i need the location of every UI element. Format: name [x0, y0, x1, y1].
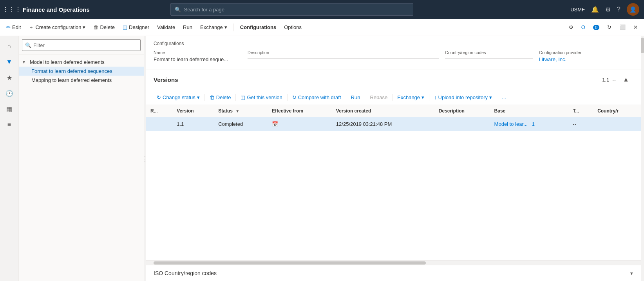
create-config-button[interactable]: ＋ Create configuration ▾ — [25, 22, 89, 33]
filter-input[interactable] — [22, 39, 141, 51]
versions-meta-version: 1.1 — [602, 77, 609, 83]
iso-title: ISO Country/region codes — [154, 270, 217, 276]
exchange-ver-arrow: ▾ — [421, 94, 424, 100]
col-description: Description — [434, 105, 490, 117]
tree-item-mapping[interactable]: Mapping to learn deferred elements — [19, 76, 144, 85]
sidebar-item-filter[interactable]: ▼ — [2, 55, 16, 69]
search-placeholder: Search for a page — [184, 7, 224, 13]
horizontal-scrollbar[interactable] — [146, 260, 641, 265]
tree-filter-area: 🔍 — [19, 36, 144, 54]
hamburger-menu-button[interactable]: ⋮⋮⋮ — [5, 2, 19, 16]
refresh-icon[interactable]: ↻ — [604, 22, 615, 33]
edit-button[interactable]: ✏ Edit — [3, 22, 24, 33]
country-label: Country/region codes — [445, 50, 539, 55]
settings-icon[interactable]: ⚙ — [605, 6, 611, 13]
col-version: Version — [172, 105, 213, 117]
designer-button[interactable]: ◫ Designer — [119, 22, 152, 33]
cell-effective-from: 📅 — [267, 117, 331, 131]
cell-country — [593, 117, 641, 131]
name-value: Format to learn deferred seque... — [154, 56, 241, 64]
provider-label: Configuration provider — [539, 50, 633, 55]
designer-icon: ◫ — [123, 24, 127, 30]
exchange-button[interactable]: Exchange ▾ — [197, 22, 230, 33]
status-filter-icon[interactable]: ▼ — [235, 109, 239, 113]
panel-resizer[interactable] — [144, 36, 146, 281]
sidebar-item-list[interactable]: ≡ — [2, 118, 16, 132]
vertical-scrollbar[interactable] — [641, 36, 644, 281]
cell-version-created: 12/25/2019 03:21:48 PM — [331, 117, 434, 131]
app-title: Finance and Operations — [23, 6, 90, 13]
provider-field: Configuration provider Litware, Inc. — [539, 50, 633, 64]
change-status-arrow: ▾ — [197, 94, 200, 100]
trash-icon: 🗑 — [93, 24, 98, 30]
iso-chevron-icon: ▾ — [630, 270, 633, 276]
rebase-button: Rebase — [367, 92, 391, 102]
versions-section: Versions 1.1 -- ▲ ↻ Change status ▾ 🗑 De… — [146, 69, 641, 281]
toolbar-sep2 — [235, 94, 236, 101]
sidebar-item-favorites[interactable]: ★ — [2, 71, 16, 85]
sidebar-item-home[interactable]: ⌂ — [2, 39, 16, 53]
tree-item-format[interactable]: Format to learn deferred sequences — [19, 67, 144, 76]
more-options-button[interactable]: ... — [499, 92, 509, 102]
provider-value[interactable]: Litware, Inc. — [539, 56, 627, 64]
toolbar-sep3 — [287, 94, 288, 101]
restore-icon[interactable]: ⬜ — [616, 22, 629, 33]
toolbar-sep1 — [204, 94, 205, 101]
country-value — [445, 56, 533, 58]
versions-table: R... Version Status ▼ Effective from Ver… — [146, 105, 641, 131]
office-icon[interactable]: O — [578, 22, 588, 33]
cell-status: Completed — [213, 117, 267, 131]
table-header-row: R... Version Status ▼ Effective from Ver… — [146, 105, 641, 117]
chevron-down-icon: ▼ — [22, 60, 28, 64]
tree-item-label: Model to learn deferred elements — [30, 59, 105, 65]
cell-description — [434, 117, 490, 131]
run-button[interactable]: Run — [180, 22, 195, 33]
change-status-button[interactable]: ↻ Change status ▾ — [154, 92, 203, 102]
delete-button[interactable]: 🗑 Delete — [90, 22, 118, 33]
compare-icon: ↻ — [292, 94, 297, 100]
col-base: Base — [490, 105, 568, 117]
description-label: Description — [248, 50, 445, 55]
trash-icon: 🗑 — [210, 94, 215, 100]
versions-run-button[interactable]: Run — [348, 92, 364, 102]
sidebar-item-workspaces[interactable]: ▦ — [2, 102, 16, 116]
get-this-version-button[interactable]: ◫ Get this version — [237, 92, 285, 102]
cell-r — [146, 117, 172, 131]
toolbar-sep6 — [392, 94, 393, 101]
versions-delete-button[interactable]: 🗑 Delete — [206, 92, 234, 102]
config-section-title: Configurations — [154, 41, 633, 46]
help-icon[interactable]: ? — [617, 6, 620, 13]
tree-content: ▼ Model to learn deferred elements Forma… — [19, 54, 144, 281]
config-fields: Name Format to learn deferred seque... D… — [154, 50, 633, 64]
col-effective-from: Effective from — [267, 105, 331, 117]
notification-icon[interactable]: 🔔 — [591, 6, 599, 13]
user-label: USMF — [570, 7, 585, 13]
versions-collapse-button[interactable]: ▲ — [619, 73, 633, 87]
versions-table-wrap: R... Version Status ▼ Effective from Ver… — [146, 105, 641, 260]
iso-section[interactable]: ISO Country/region codes ▾ — [146, 265, 641, 281]
exchange-arrow-icon: ▾ — [224, 24, 227, 30]
table-row[interactable]: 1.1 Completed 📅 12/25/2019 03:21:48 PM M… — [146, 117, 641, 131]
close-icon[interactable]: ✕ — [630, 22, 641, 33]
badge-icon[interactable]: 0 — [590, 22, 602, 33]
avatar[interactable]: 👤 — [627, 3, 639, 16]
sidebar-item-recent[interactable]: 🕐 — [2, 86, 16, 100]
search-bar[interactable]: 🔍 Search for a page — [170, 3, 413, 16]
versions-meta: 1.1 -- ▲ — [602, 73, 633, 87]
tree-item-parent[interactable]: ▼ Model to learn deferred elements — [19, 58, 144, 67]
top-bar: ⋮⋮⋮ Finance and Operations 🔍 Search for … — [0, 0, 644, 19]
base-link[interactable]: Model to lear... — [494, 121, 528, 127]
hamburger-icon: ⋮⋮⋮ — [2, 6, 21, 13]
separator — [233, 24, 234, 31]
tree-panel: 🔍 ▼ Model to learn deferred elements For… — [19, 36, 144, 281]
validate-button[interactable]: Validate — [154, 22, 178, 33]
upload-into-repo-button[interactable]: ↑ Upload into repository ▾ — [431, 92, 495, 102]
base-version-link[interactable]: 1 — [532, 121, 535, 127]
versions-exchange-button[interactable]: Exchange ▾ — [394, 92, 427, 102]
compare-with-draft-button[interactable]: ↻ Compare with draft — [289, 92, 344, 102]
get-version-icon: ◫ — [241, 94, 245, 100]
upload-arrow-icon: ▾ — [489, 94, 492, 100]
settings-cmd-icon[interactable]: ⚙ — [566, 22, 577, 33]
configurations-button[interactable]: Configurations — [237, 22, 279, 33]
options-button[interactable]: Options — [281, 22, 305, 33]
